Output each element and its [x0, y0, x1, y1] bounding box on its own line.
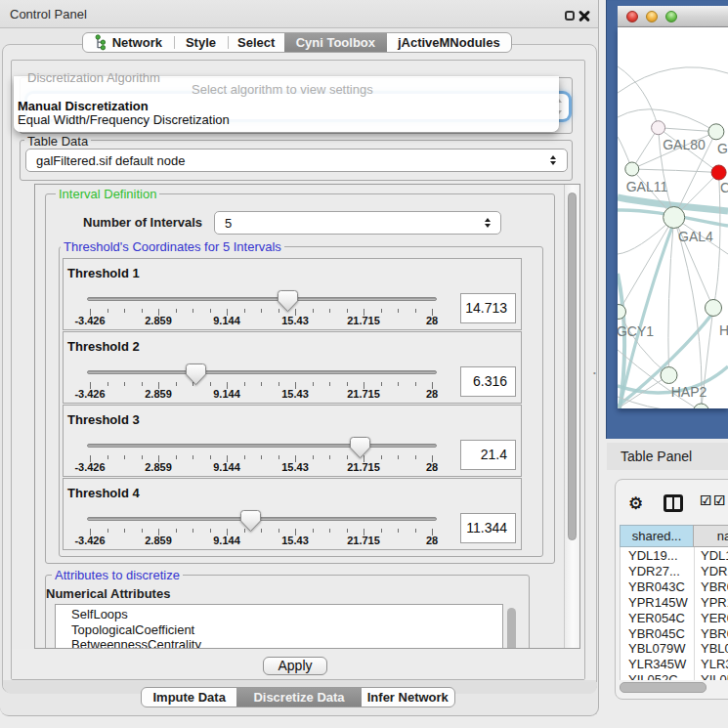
tab-network[interactable]: Network [83, 33, 174, 52]
float-window-icon[interactable] [565, 11, 575, 21]
slider-tick [176, 529, 177, 533]
network-node[interactable] [625, 162, 639, 176]
table-panel-titlebar[interactable]: Table Panel [607, 443, 728, 470]
zoom-traffic-light[interactable] [665, 11, 677, 22]
table-row[interactable]: YLR345WYLR345W [621, 656, 728, 671]
network-node[interactable] [706, 300, 722, 317]
network-node[interactable] [711, 165, 726, 180]
tab-label: Network [112, 35, 162, 50]
slider-track[interactable] [87, 517, 437, 521]
list-scrollbar-thumb[interactable] [507, 608, 516, 648]
checkbox-icon[interactable]: ☑ [713, 492, 726, 508]
checkbox-icon[interactable]: ☑ [700, 492, 712, 508]
attribute-list-item[interactable]: SelfLoops [71, 607, 128, 621]
network-edge[interactable] [659, 128, 716, 132]
network-canvas[interactable]: GAL80GCGAL11GAL4GCY1HHAP2 [618, 27, 728, 408]
attribute-list-item[interactable]: TopologicalCoefficient [71, 622, 194, 637]
close-traffic-light[interactable] [626, 11, 638, 22]
numerical-attributes-list[interactable]: SelfLoopsTopologicalCoefficientBetweenne… [55, 604, 503, 648]
slider-track[interactable] [87, 370, 437, 374]
table-row[interactable]: YBL079WYBL079W [621, 640, 728, 656]
threshold-value-field[interactable]: 21.4 [460, 440, 516, 470]
cell-shared-name: YBL079W [628, 641, 686, 656]
attribute-list-item[interactable]: BetweennessCentrality [71, 637, 201, 648]
cell-name: YPR145W [701, 595, 728, 610]
network-edge[interactable] [668, 218, 674, 376]
slider-tick [415, 382, 416, 386]
number-of-intervals-value: 5 [225, 216, 232, 231]
slider-thumb[interactable] [278, 290, 298, 312]
control-panel-titlebar[interactable]: Control Panel [0, 0, 598, 28]
threshold-value-field[interactable]: 6.316 [460, 366, 516, 397]
gear-icon[interactable]: ⚙ [628, 493, 643, 514]
column-header-shared-name[interactable]: shared... [620, 525, 693, 547]
scrollbar-thumb[interactable] [568, 193, 577, 540]
close-icon[interactable] [578, 10, 590, 21]
network-edge[interactable] [618, 66, 659, 128]
cell-name: YER054C [701, 611, 728, 625]
slider-tick-label: 28 [426, 535, 438, 546]
slider-tick-label: 2.859 [145, 388, 172, 400]
slider-tick-label: 2.859 [145, 461, 172, 473]
mode-tab-impute-data[interactable]: Impute Data [142, 688, 236, 707]
slider-track[interactable] [87, 444, 437, 448]
tab-style[interactable]: Style [174, 33, 229, 52]
popup-item-manual-discretization[interactable]: Manual Discretization [18, 99, 149, 113]
tab-jactivemnodules[interactable]: jActiveMNodules [387, 33, 511, 52]
threshold-value-field[interactable]: 14.713 [460, 293, 516, 323]
popup-item-equal-width[interactable]: Equal Width/Frequency Discretization [18, 112, 230, 127]
slider-tick [124, 309, 125, 313]
slider-track[interactable] [87, 297, 437, 301]
split-columns-icon[interactable] [664, 494, 683, 512]
slider-tick [210, 382, 211, 386]
table-horizontal-scrollbar[interactable] [620, 682, 707, 693]
slider-thumb[interactable] [240, 510, 261, 532]
network-node[interactable] [661, 367, 677, 384]
number-of-intervals-label: Number of Intervals [83, 215, 202, 230]
mode-tab-discretize-data[interactable]: Discretize Data [236, 688, 361, 707]
network-edge[interactable] [674, 218, 702, 409]
network-edge[interactable] [619, 218, 674, 313]
minimize-traffic-light[interactable] [646, 11, 658, 22]
tab-select[interactable]: Select [228, 33, 284, 52]
table-row[interactable]: YDL19...YDL194W [621, 547, 728, 563]
table-select[interactable]: galFiltered.sif default node [25, 149, 568, 172]
table-row[interactable]: YER054CYER054C [621, 610, 728, 625]
settings-vertical-scrollbar[interactable] [564, 185, 579, 648]
cell-shared-name: YER054C [628, 611, 685, 625]
slider-tick [142, 382, 143, 386]
slider-thumb-shape [350, 437, 370, 458]
apply-button[interactable]: Apply [263, 657, 327, 675]
network-node-label: G [717, 141, 728, 156]
network-node[interactable] [664, 207, 685, 229]
table-row[interactable]: YBR043CYBR043C [621, 578, 728, 594]
tab-label: Impute Data [152, 690, 225, 705]
column-header-name[interactable]: name [693, 525, 728, 547]
network-node[interactable] [694, 404, 709, 408]
cell-shared-name: YDR27... [628, 564, 680, 578]
slider-tick [244, 455, 245, 459]
slider-thumb[interactable] [350, 437, 370, 458]
slider-tick-label: -3.426 [74, 315, 105, 326]
table-row[interactable]: YBR045CYBR045C [621, 625, 728, 641]
slider-tick [329, 309, 330, 313]
table-row[interactable]: YPR145WYPR145W [621, 594, 728, 610]
network-edge[interactable] [632, 169, 719, 173]
slider-tick [107, 382, 108, 386]
network-window-titlebar[interactable] [618, 6, 728, 27]
network-node[interactable] [708, 124, 724, 140]
network-edge[interactable] [618, 67, 728, 93]
window-title: Control Panel [10, 7, 87, 21]
slider-thumb[interactable] [186, 364, 206, 385]
tab-cyni-toolbox[interactable]: Cyni Toolbox [284, 33, 387, 52]
threshold-value-field[interactable]: 11.344 [460, 513, 516, 543]
table-row[interactable]: YIL052CYIL052C [621, 671, 728, 680]
popup-placeholder-item[interactable]: Select algorithm to view settings [192, 82, 373, 97]
number-of-intervals-select[interactable]: 5 [214, 211, 501, 235]
network-node[interactable] [652, 121, 665, 135]
splitter-handle[interactable]: • [593, 368, 597, 374]
network-edge[interactable] [713, 173, 720, 309]
mode-tab-infer-network[interactable]: Infer Network [362, 688, 454, 707]
slider-tick-label: 15.43 [281, 388, 309, 400]
table-row[interactable]: YDR27...YDR277C [621, 563, 728, 578]
